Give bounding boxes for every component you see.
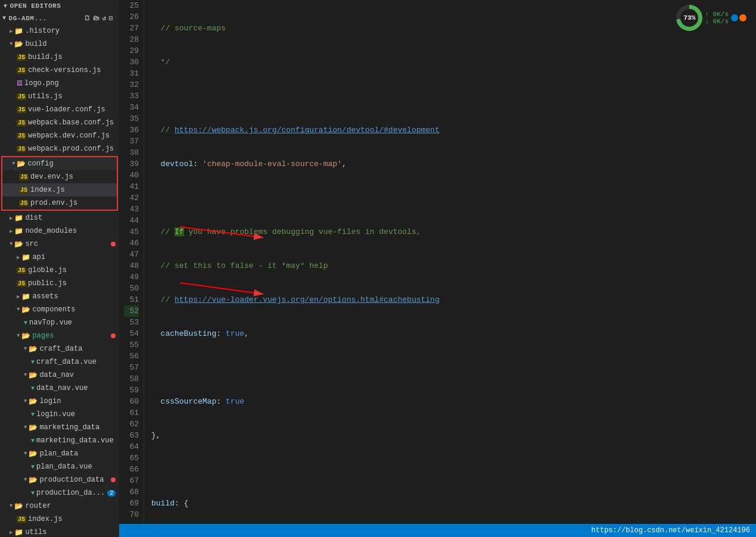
sidebar: ▼ OPEN EDITORS ▼ DG-ADM... 🗋 🗁 ↺ ⊟ ▶ 📁 .… [0,0,119,537]
sidebar-item-build[interactable]: ▼ 📂 build [0,38,119,51]
code-line: cssSourceMap: true [151,396,756,407]
sidebar-item-navtop[interactable]: ▼ navTop.vue [0,316,119,329]
sidebar-item-webpack-prod[interactable]: JS webpack.prod.conf.js [0,142,119,155]
sidebar-item-history[interactable]: ▶ 📁 .history [0,24,119,38]
vue-icon: ▼ [31,411,35,418]
sidebar-item-login-vue[interactable]: ▼ login.vue [0,408,119,421]
code-container: 25 26 27 28 29 30 31 32 33 34 35 36 37 3… [119,0,756,524]
code-line [151,90,756,102]
performance-widget[interactable]: 73% ↑ 0K/s ↓ 0K/s [676,5,746,31]
folder-icon: 📁 [14,528,23,537]
sidebar-item-router-index[interactable]: JS index.js [0,513,119,526]
sidebar-item-vue-loader[interactable]: JS vue-loader.conf.js [0,103,119,116]
assets-label: assets [32,292,58,301]
sidebar-item-login[interactable]: ▼ 📂 login [0,395,119,408]
build-label: build [25,40,46,48]
code-line: // source-maps [151,23,756,34]
expand-arrow: ▶ [10,228,13,235]
sidebar-item-data-nav[interactable]: ▼ 📂 data_nav [0,369,119,382]
sidebar-item-components[interactable]: ▼ 📂 components [0,303,119,316]
js-icon: JS [17,516,26,523]
js-icon: JS [19,174,29,180]
sidebar-item-plan-data-vue[interactable]: ▼ plan_data.vue [0,460,119,473]
sidebar-item-check-versions[interactable]: JS check-versions.js [0,64,119,77]
collapse-icon[interactable]: ⊟ [109,14,113,22]
sidebar-item-webpack-dev[interactable]: JS webpack.dev.conf.js [0,129,119,142]
sidebar-item-craft-data[interactable]: ▼ 📂 craft_data [0,342,119,355]
file-label: production_da... [36,489,105,497]
sidebar-item-assets[interactable]: ▶ 📁 assets [0,290,119,303]
sidebar-item-globle[interactable]: JS globle.js [0,264,119,277]
open-editors-label: OPEN EDITORS [10,2,61,10]
folder-icon: 📂 [29,397,38,406]
file-label: logo.png [24,79,59,88]
api-label: api [32,253,45,261]
sidebar-item-plan-data[interactable]: ▼ 📂 plan_data [0,447,119,460]
sidebar-item-config[interactable]: ▼ 📂 config [2,157,117,170]
folder-icon: 📂 [14,502,23,511]
sidebar-item-logo[interactable]: 🖼 logo.png [0,77,119,90]
file-label: index.js [30,186,65,194]
expand-arrow: ▼ [10,503,13,509]
sidebar-item-data-nav-vue[interactable]: ▼ data_nav.vue [0,382,119,395]
sidebar-item-node-modules[interactable]: ▶ 📁 node_modules [0,224,119,238]
file-label: data_nav [39,371,74,379]
sidebar-item-webpack-base[interactable]: JS webpack.base.conf.js [0,116,119,129]
badge: 2 [107,490,116,497]
vue-icon: ▼ [24,320,27,326]
folder-icon: 📁 [21,292,30,301]
project-header[interactable]: ▼ DG-ADM... 🗋 🗁 ↺ ⊟ [0,12,119,24]
file-label: prod.env.js [30,199,77,207]
sidebar-item-utils[interactable]: JS utils.js [0,90,119,103]
sidebar-item-src[interactable]: ▼ 📂 src [0,238,119,251]
folder-icon: 📂 [29,476,38,485]
percentage-label: 73% [680,9,698,27]
js-icon: JS [17,133,26,139]
folder-icon: 📁 [14,227,23,236]
line-numbers: 25 26 27 28 29 30 31 32 33 34 35 36 37 3… [119,0,144,524]
sidebar-item-production-data[interactable]: ▼ 📂 production_data [0,473,119,486]
folder-icon: 📂 [17,160,26,168]
expand-arrow: ▼ [12,161,15,167]
upload-speed: ↑ 0K/s [705,11,729,18]
history-label: .history [25,27,60,35]
file-label: dev.env.js [30,173,73,181]
download-speed: ↓ 0K/s [705,18,729,25]
expand-arrow: ▼ [24,424,27,430]
sidebar-item-index-js[interactable]: JS index.js [2,183,117,196]
expand-arrow: ▼ [24,451,27,457]
sidebar-item-production-da[interactable]: ▼ production_da... 2 [0,486,119,499]
new-folder-icon[interactable]: 🗁 [93,14,100,22]
js-icon: JS [17,280,26,287]
js-icon: JS [17,120,26,126]
file-label: plan_data [39,449,78,458]
sidebar-item-api[interactable]: ▶ 📁 api [0,251,119,264]
sidebar-item-public[interactable]: JS public.js [0,277,119,290]
circle-chart: 73% [676,5,702,31]
sidebar-item-marketing-data[interactable]: ▼ 📂 marketing_data [0,421,119,434]
file-label: build.js [28,53,63,61]
folder-icon: 📁 [21,253,30,262]
sidebar-item-craft-data-vue[interactable]: ▼ craft_data.vue [0,355,119,369]
folder-icon: 📁 [14,214,23,223]
new-file-icon[interactable]: 🗋 [84,14,91,22]
code-line: devtool: 'cheap-module-eval-source-map', [151,158,756,170]
sidebar-item-dev-env[interactable]: JS dev.env.js [2,170,117,183]
file-label: webpack.dev.conf.js [28,132,110,140]
file-label: globle.js [28,266,67,274]
sidebar-item-build-js[interactable]: JS build.js [0,51,119,64]
expand-arrow: ▼ [10,241,13,247]
sidebar-item-router[interactable]: ▼ 📂 router [0,499,119,513]
sidebar-item-pages[interactable]: ▼ 📂 pages [0,329,119,342]
sidebar-item-marketing-data-vue[interactable]: ▼ marketing_data.vue [0,434,119,447]
sidebar-item-utils-folder[interactable]: ▶ 📁 utils [0,526,119,537]
file-label: webpack.prod.conf.js [28,145,114,153]
src-label: src [25,240,38,248]
refresh-icon[interactable]: ↺ [102,14,107,22]
file-label: vue-loader.conf.js [28,105,105,114]
file-label: marketing_data.vue [36,436,114,445]
sidebar-item-prod-env[interactable]: JS prod.env.js [2,196,117,210]
sidebar-item-dist[interactable]: ▶ 📁 dist [0,211,119,224]
utils-label: utils [25,528,46,536]
vue-icon: ▼ [31,385,35,392]
